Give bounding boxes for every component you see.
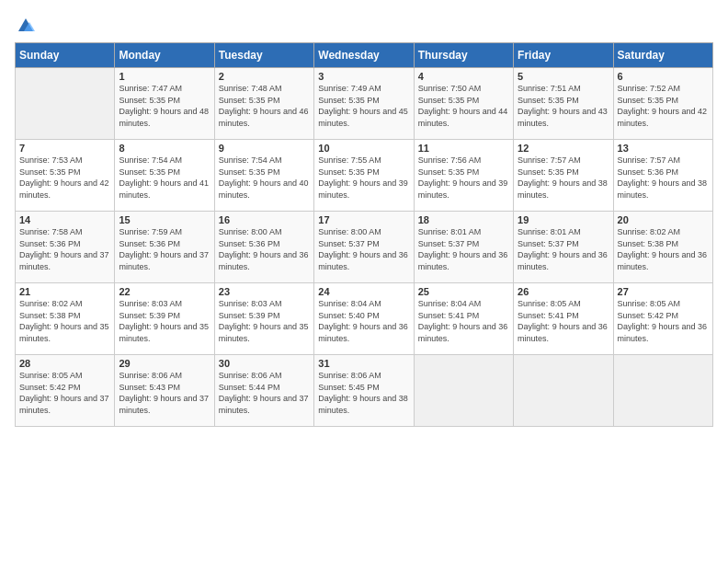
calendar-cell: 13Sunrise: 7:57 AMSunset: 5:36 PMDayligh… — [613, 140, 712, 212]
calendar-cell: 6Sunrise: 7:52 AMSunset: 5:35 PMDaylight… — [613, 68, 712, 140]
calendar-cell: 11Sunrise: 7:56 AMSunset: 5:35 PMDayligh… — [414, 140, 513, 212]
day-info: Sunrise: 8:00 AMSunset: 5:37 PMDaylight:… — [318, 226, 409, 272]
day-number: 18 — [418, 214, 509, 225]
day-number: 20 — [618, 214, 709, 225]
calendar-cell: 10Sunrise: 7:55 AMSunset: 5:35 PMDayligh… — [314, 140, 414, 212]
calendar-cell: 21Sunrise: 8:02 AMSunset: 5:38 PMDayligh… — [16, 283, 115, 355]
calendar-cell: 29Sunrise: 8:06 AMSunset: 5:43 PMDayligh… — [115, 355, 214, 427]
day-number: 13 — [618, 143, 709, 154]
day-number: 9 — [219, 143, 310, 154]
calendar-week-row: 28Sunrise: 8:05 AMSunset: 5:42 PMDayligh… — [16, 355, 713, 427]
day-number: 27 — [618, 286, 709, 297]
day-number: 31 — [318, 358, 409, 369]
day-info: Sunrise: 8:06 AMSunset: 5:44 PMDaylight:… — [219, 370, 310, 416]
calendar-cell: 17Sunrise: 8:00 AMSunset: 5:37 PMDayligh… — [314, 212, 414, 283]
calendar-cell: 23Sunrise: 8:03 AMSunset: 5:39 PMDayligh… — [214, 283, 313, 355]
day-number: 11 — [418, 143, 509, 154]
day-info: Sunrise: 7:56 AMSunset: 5:35 PMDaylight:… — [418, 155, 509, 201]
day-number: 24 — [318, 286, 409, 297]
day-info: Sunrise: 8:06 AMSunset: 5:45 PMDaylight:… — [318, 370, 409, 416]
day-info: Sunrise: 7:50 AMSunset: 5:35 PMDaylight:… — [418, 83, 509, 129]
calendar-cell: 31Sunrise: 8:06 AMSunset: 5:45 PMDayligh… — [314, 355, 414, 427]
day-number: 29 — [119, 358, 210, 369]
header — [15, 15, 713, 33]
calendar-cell: 3Sunrise: 7:49 AMSunset: 5:35 PMDaylight… — [314, 68, 414, 140]
calendar-cell: 14Sunrise: 7:58 AMSunset: 5:36 PMDayligh… — [16, 212, 115, 283]
day-info: Sunrise: 7:49 AMSunset: 5:35 PMDaylight:… — [318, 83, 409, 129]
day-info: Sunrise: 7:51 AMSunset: 5:35 PMDaylight:… — [518, 83, 609, 129]
day-info: Sunrise: 7:57 AMSunset: 5:35 PMDaylight:… — [518, 155, 609, 201]
weekday-header: Monday — [115, 43, 214, 68]
calendar-cell: 4Sunrise: 7:50 AMSunset: 5:35 PMDaylight… — [414, 68, 513, 140]
day-info: Sunrise: 8:05 AMSunset: 5:41 PMDaylight:… — [518, 298, 609, 344]
day-info: Sunrise: 8:01 AMSunset: 5:37 PMDaylight:… — [418, 226, 509, 272]
calendar-cell: 20Sunrise: 8:02 AMSunset: 5:38 PMDayligh… — [613, 212, 712, 283]
calendar-cell: 7Sunrise: 7:53 AMSunset: 5:35 PMDaylight… — [16, 140, 115, 212]
calendar-cell — [514, 355, 613, 427]
weekday-header: Wednesday — [314, 43, 414, 68]
weekday-header: Saturday — [613, 43, 712, 68]
weekday-header: Friday — [514, 43, 613, 68]
calendar-cell: 15Sunrise: 7:59 AMSunset: 5:36 PMDayligh… — [115, 212, 214, 283]
day-info: Sunrise: 7:57 AMSunset: 5:36 PMDaylight:… — [618, 155, 709, 201]
day-number: 19 — [518, 214, 609, 225]
calendar-week-row: 14Sunrise: 7:58 AMSunset: 5:36 PMDayligh… — [16, 212, 713, 283]
logo-icon — [17, 15, 35, 33]
day-number: 7 — [19, 143, 110, 154]
calendar-cell: 27Sunrise: 8:05 AMSunset: 5:42 PMDayligh… — [613, 283, 712, 355]
day-number: 1 — [119, 71, 210, 82]
calendar-cell: 22Sunrise: 8:03 AMSunset: 5:39 PMDayligh… — [115, 283, 214, 355]
day-number: 10 — [318, 143, 409, 154]
calendar-week-row: 7Sunrise: 7:53 AMSunset: 5:35 PMDaylight… — [16, 140, 713, 212]
calendar-cell: 19Sunrise: 8:01 AMSunset: 5:37 PMDayligh… — [514, 212, 613, 283]
day-info: Sunrise: 8:02 AMSunset: 5:38 PMDaylight:… — [618, 226, 709, 272]
day-number: 22 — [119, 286, 210, 297]
day-info: Sunrise: 7:58 AMSunset: 5:36 PMDaylight:… — [19, 226, 110, 272]
calendar-cell: 26Sunrise: 8:05 AMSunset: 5:41 PMDayligh… — [514, 283, 613, 355]
day-info: Sunrise: 8:05 AMSunset: 5:42 PMDaylight:… — [19, 370, 110, 416]
day-info: Sunrise: 8:04 AMSunset: 5:41 PMDaylight:… — [418, 298, 509, 344]
page-container: SundayMondayTuesdayWednesdayThursdayFrid… — [0, 0, 728, 436]
calendar-cell: 1Sunrise: 7:47 AMSunset: 5:35 PMDaylight… — [115, 68, 214, 140]
header-row: SundayMondayTuesdayWednesdayThursdayFrid… — [16, 43, 713, 68]
weekday-header: Tuesday — [214, 43, 313, 68]
day-info: Sunrise: 7:54 AMSunset: 5:35 PMDaylight:… — [219, 155, 310, 201]
day-number: 12 — [518, 143, 609, 154]
calendar-cell — [613, 355, 712, 427]
day-info: Sunrise: 7:47 AMSunset: 5:35 PMDaylight:… — [119, 83, 210, 129]
calendar-cell: 24Sunrise: 8:04 AMSunset: 5:40 PMDayligh… — [314, 283, 414, 355]
day-number: 15 — [119, 214, 210, 225]
day-info: Sunrise: 7:53 AMSunset: 5:35 PMDaylight:… — [19, 155, 110, 201]
calendar-table: SundayMondayTuesdayWednesdayThursdayFrid… — [15, 42, 713, 427]
day-number: 5 — [518, 71, 609, 82]
day-info: Sunrise: 7:48 AMSunset: 5:35 PMDaylight:… — [219, 83, 310, 129]
calendar-cell: 25Sunrise: 8:04 AMSunset: 5:41 PMDayligh… — [414, 283, 513, 355]
day-info: Sunrise: 7:54 AMSunset: 5:35 PMDaylight:… — [119, 155, 210, 201]
day-info: Sunrise: 8:03 AMSunset: 5:39 PMDaylight:… — [219, 298, 310, 344]
day-number: 14 — [19, 214, 110, 225]
day-number: 21 — [19, 286, 110, 297]
day-info: Sunrise: 7:59 AMSunset: 5:36 PMDaylight:… — [119, 226, 210, 272]
logo — [15, 15, 35, 33]
day-info: Sunrise: 8:04 AMSunset: 5:40 PMDaylight:… — [318, 298, 409, 344]
day-number: 2 — [219, 71, 310, 82]
day-number: 3 — [318, 71, 409, 82]
calendar-cell — [414, 355, 513, 427]
day-info: Sunrise: 8:03 AMSunset: 5:39 PMDaylight:… — [119, 298, 210, 344]
day-info: Sunrise: 8:02 AMSunset: 5:38 PMDaylight:… — [19, 298, 110, 344]
day-number: 30 — [219, 358, 310, 369]
calendar-cell: 12Sunrise: 7:57 AMSunset: 5:35 PMDayligh… — [514, 140, 613, 212]
day-number: 28 — [19, 358, 110, 369]
day-number: 6 — [618, 71, 709, 82]
day-info: Sunrise: 8:01 AMSunset: 5:37 PMDaylight:… — [518, 226, 609, 272]
day-number: 25 — [418, 286, 509, 297]
day-number: 8 — [119, 143, 210, 154]
day-number: 17 — [318, 214, 409, 225]
calendar-cell: 30Sunrise: 8:06 AMSunset: 5:44 PMDayligh… — [214, 355, 313, 427]
day-info: Sunrise: 8:06 AMSunset: 5:43 PMDaylight:… — [119, 370, 210, 416]
day-info: Sunrise: 8:00 AMSunset: 5:36 PMDaylight:… — [219, 226, 310, 272]
calendar-week-row: 1Sunrise: 7:47 AMSunset: 5:35 PMDaylight… — [16, 68, 713, 140]
calendar-cell — [16, 68, 115, 140]
day-info: Sunrise: 8:05 AMSunset: 5:42 PMDaylight:… — [618, 298, 709, 344]
calendar-cell: 16Sunrise: 8:00 AMSunset: 5:36 PMDayligh… — [214, 212, 313, 283]
